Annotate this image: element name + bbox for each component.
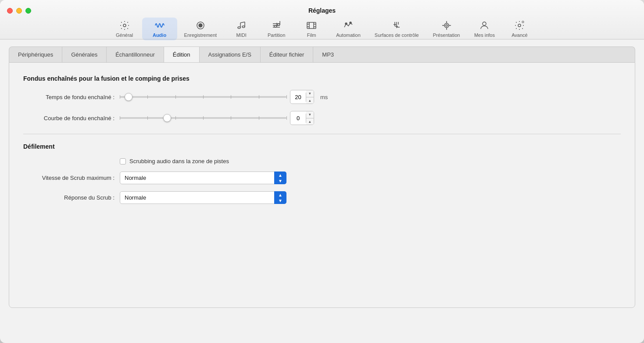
toolbar-label-partition: Partition <box>268 32 285 38</box>
toolbar-item-presentation[interactable]: Présentation <box>426 18 467 40</box>
fondu-time-stepper[interactable]: 20 ▾ ▴ <box>290 90 314 104</box>
surfaces-icon <box>391 20 402 31</box>
fondu-time-thumb[interactable] <box>125 93 132 101</box>
midi-icon <box>236 20 247 31</box>
fondu-curve-label: Courbe de fondu enchaîné : <box>23 115 120 121</box>
tab-bar: Périphériques Générales Échantillonneur … <box>9 46 635 62</box>
vitesse-select-arrow: ▲ ▼ <box>274 172 286 184</box>
section2-title: Défilement <box>23 143 621 150</box>
reponse-select-arrow: ▲ ▼ <box>274 191 286 204</box>
svg-rect-15 <box>307 22 316 29</box>
automation-icon <box>343 20 354 31</box>
tab-assignations[interactable]: Assignations E/S <box>200 47 261 62</box>
toolbar-label-avance: Avancé <box>512 32 528 38</box>
tab-mp3[interactable]: MP3 <box>313 47 343 62</box>
toolbar-label-midi: MIDI <box>236 32 247 38</box>
tab-generales[interactable]: Générales <box>62 47 107 62</box>
reponse-row: Réponse du Scrub : Normale Lente Rapide … <box>23 191 621 204</box>
window-title: Réglages <box>308 7 336 14</box>
fondu-curve-slider-track[interactable] <box>120 117 286 119</box>
toolbar-item-general[interactable]: Général <box>107 18 142 40</box>
toolbar-label-presentation: Présentation <box>433 32 460 38</box>
svg-point-0 <box>123 24 126 27</box>
svg-point-23 <box>350 22 351 24</box>
svg-point-4 <box>242 26 245 28</box>
scrubbing-label: Scrubbing audio dans la zone de pistes <box>129 158 229 164</box>
gear-icon <box>119 20 130 31</box>
fondu-curve-stepper[interactable]: 0 ▾ ▴ <box>290 111 314 125</box>
toolbar-item-avance[interactable]: Avancé <box>502 18 537 40</box>
section1-title: Fondus enchaînés pour la fusion et le co… <box>23 75 621 82</box>
vitesse-select-wrapper: Normale Lente Rapide ▲ ▼ <box>120 172 286 184</box>
presentation-icon <box>441 20 452 31</box>
svg-line-7 <box>240 22 245 23</box>
tab-editeur[interactable]: Éditeur fichier <box>261 47 313 62</box>
toolbar-item-automation[interactable]: Automation <box>329 18 368 40</box>
svg-point-3 <box>238 27 240 29</box>
svg-point-22 <box>345 23 347 25</box>
main-window: Réglages Général Audio <box>0 0 644 343</box>
fullscreen-button[interactable] <box>25 8 31 14</box>
content-area: Périphériques Générales Échantillonneur … <box>0 39 644 343</box>
record-icon <box>195 20 206 31</box>
reponse-select[interactable]: Normale Lente Rapide <box>120 191 286 204</box>
fondu-time-arrow-up[interactable]: ▴ <box>306 97 314 104</box>
fondu-time-value: 20 <box>290 93 306 102</box>
fondu-time-unit: ms <box>320 94 328 100</box>
toolbar-label-automation: Automation <box>336 32 361 38</box>
advanced-icon <box>514 20 525 31</box>
toolbar-item-surfaces[interactable]: Surfaces de contrôle <box>368 18 426 40</box>
tab-peripheriques[interactable]: Périphériques <box>9 47 62 62</box>
vitesse-label: Vitesse de Scrub maximum : <box>23 175 120 181</box>
scrubbing-row: Scrubbing audio dans la zone de pistes <box>120 158 621 164</box>
toolbar-label-audio: Audio <box>153 32 166 38</box>
section-divider <box>23 134 621 134</box>
minimize-button[interactable] <box>16 8 22 14</box>
fondu-curve-arrow-up[interactable]: ▴ <box>306 118 314 125</box>
svg-point-36 <box>483 22 486 25</box>
toolbar-item-partition[interactable]: Partition <box>259 18 294 40</box>
toolbar-item-enregistrement[interactable]: Enregistrement <box>177 18 224 40</box>
fondu-time-row: Temps de fondu enchaîné : 20 <box>23 90 621 104</box>
toolbar-item-midi[interactable]: MIDI <box>224 18 259 40</box>
svg-point-37 <box>518 24 521 27</box>
scrubbing-checkbox[interactable] <box>120 158 126 164</box>
film-icon <box>306 20 317 31</box>
vitesse-select[interactable]: Normale Lente Rapide <box>120 172 286 184</box>
traffic-lights <box>7 8 31 14</box>
user-icon <box>479 20 490 31</box>
audio-wave-icon <box>154 20 165 31</box>
fondu-time-slider-track[interactable] <box>120 96 286 98</box>
toolbar: Général Audio Enregistrement <box>107 18 537 43</box>
fondu-time-slider-container: 20 ▾ ▴ ms <box>120 90 328 104</box>
tab-echantillonneur[interactable]: Échantillonneur <box>107 47 164 62</box>
tab-edition[interactable]: Édition <box>164 47 200 62</box>
toolbar-label-film: Film <box>307 32 316 38</box>
fondu-curve-slider-container: 0 ▾ ▴ <box>120 111 314 125</box>
toolbar-item-audio[interactable]: Audio <box>142 18 177 40</box>
score-icon <box>271 20 282 31</box>
toolbar-item-film[interactable]: Film <box>294 18 329 40</box>
toolbar-label-surfaces: Surfaces de contrôle <box>375 32 419 38</box>
reponse-select-wrapper: Normale Lente Rapide ▲ ▼ <box>120 191 286 204</box>
vitesse-row: Vitesse de Scrub maximum : Normale Lente… <box>23 172 621 184</box>
toolbar-item-mesinfos[interactable]: Mes infos <box>467 18 502 40</box>
fondu-time-arrows: ▾ ▴ <box>306 90 314 104</box>
svg-point-39 <box>522 21 524 23</box>
fondu-time-label: Temps de fondu enchaîné : <box>23 94 120 100</box>
reponse-label: Réponse du Scrub : <box>23 194 120 201</box>
toolbar-label-general: Général <box>116 32 133 38</box>
svg-point-31 <box>446 25 447 26</box>
svg-point-30 <box>444 23 449 28</box>
toolbar-label-enregistrement: Enregistrement <box>184 32 217 38</box>
fondu-curve-thumb[interactable] <box>163 114 171 122</box>
fondu-curve-value: 0 <box>290 114 306 123</box>
svg-point-2 <box>199 24 202 27</box>
fondu-time-arrow-down[interactable]: ▾ <box>306 90 314 97</box>
fondu-curve-arrows: ▾ ▴ <box>306 111 314 125</box>
fondu-curve-arrow-down[interactable]: ▾ <box>306 111 314 118</box>
fondu-curve-row: Courbe de fondu enchaîné : 0 <box>23 111 621 125</box>
titlebar: Réglages Général Audio <box>0 0 644 39</box>
close-button[interactable] <box>7 8 13 14</box>
toolbar-label-mesinfos: Mes infos <box>474 32 495 38</box>
